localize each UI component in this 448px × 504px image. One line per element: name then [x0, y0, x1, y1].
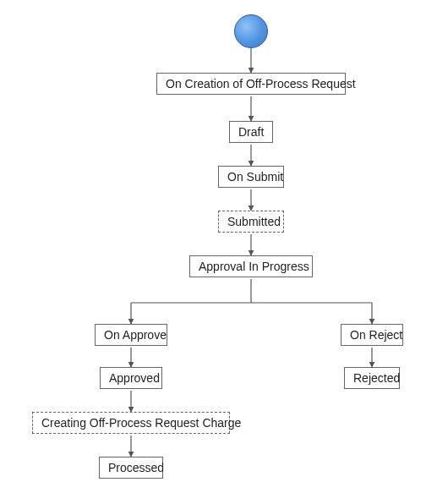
node-label: Processed — [108, 461, 164, 474]
node-on-reject: On Reject — [341, 324, 403, 346]
node-label: Submitted — [227, 215, 281, 228]
node-label: Rejected — [353, 371, 400, 385]
node-label: Approved — [109, 371, 160, 385]
node-rejected: Rejected — [344, 367, 400, 389]
node-approval: Approval In Progress — [189, 255, 313, 277]
node-label: Approval In Progress — [199, 260, 309, 273]
node-on-approve: On Approve — [95, 324, 167, 346]
flowchart-canvas: On Creation of Off-Process Request Draft… — [0, 0, 448, 504]
node-on-submit: On Submit — [218, 166, 284, 188]
node-label: Draft — [238, 125, 264, 139]
node-draft: Draft — [229, 121, 273, 143]
node-label: On Approve — [104, 328, 167, 342]
node-submitted: Submitted — [218, 211, 284, 233]
node-label: On Submit — [227, 170, 283, 184]
node-label: On Creation of Off-Process Request — [166, 77, 356, 90]
start-node — [234, 14, 268, 48]
node-label: On Reject — [350, 328, 402, 342]
node-approved: Approved — [100, 367, 162, 389]
node-label: Creating Off-Process Request Charge — [41, 416, 241, 430]
node-processed: Processed — [99, 457, 163, 479]
node-on-creation: On Creation of Off-Process Request — [156, 73, 346, 95]
node-creating: Creating Off-Process Request Charge — [32, 412, 230, 434]
